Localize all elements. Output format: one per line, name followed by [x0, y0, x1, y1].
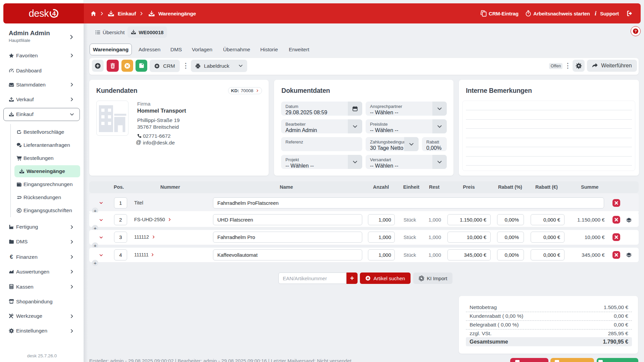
svg-text:4: 4 — [52, 10, 56, 17]
